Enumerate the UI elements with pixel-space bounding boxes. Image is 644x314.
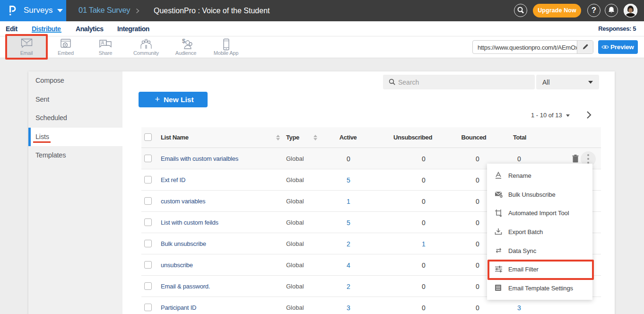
svg-text:$: $ xyxy=(182,38,186,44)
